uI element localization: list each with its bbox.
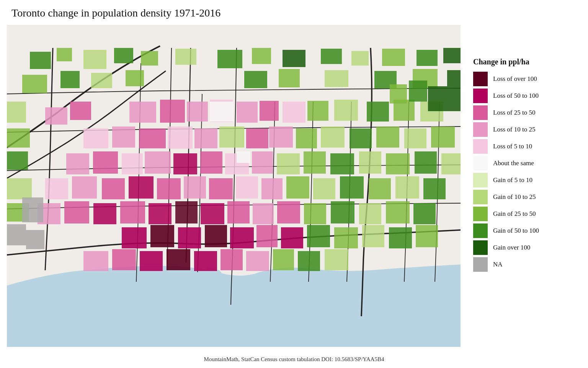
svg-rect-59 bbox=[145, 151, 171, 174]
svg-rect-55 bbox=[431, 127, 455, 148]
legend-label: Loss of 5 to 10 bbox=[493, 143, 532, 150]
svg-rect-4 bbox=[114, 48, 133, 63]
svg-rect-89 bbox=[120, 201, 145, 223]
svg-rect-8 bbox=[252, 48, 271, 64]
map-area bbox=[7, 25, 461, 347]
svg-rect-20 bbox=[279, 69, 300, 87]
svg-rect-131 bbox=[210, 102, 234, 122]
svg-rect-67 bbox=[359, 151, 381, 174]
legend-label: Loss of 25 to 50 bbox=[493, 109, 536, 117]
svg-rect-85 bbox=[423, 178, 446, 199]
legend-item: NA bbox=[473, 257, 584, 272]
svg-rect-14 bbox=[443, 48, 461, 63]
legend-item: Loss of 25 to 50 bbox=[473, 105, 584, 120]
svg-rect-100 bbox=[413, 203, 436, 224]
svg-rect-28 bbox=[7, 178, 32, 199]
legend-label: Gain of 50 to 100 bbox=[493, 227, 539, 235]
svg-rect-70 bbox=[441, 153, 461, 174]
legend-swatch bbox=[473, 105, 488, 120]
legend: Change in ppl/ha Loss of over 100Loss of… bbox=[473, 58, 584, 274]
svg-rect-27 bbox=[7, 151, 28, 170]
svg-rect-92 bbox=[201, 203, 224, 224]
legend-label: Gain of 25 to 50 bbox=[493, 210, 536, 218]
svg-rect-25 bbox=[7, 102, 26, 123]
svg-rect-73 bbox=[102, 178, 125, 199]
svg-rect-17 bbox=[91, 73, 112, 88]
svg-rect-65 bbox=[304, 151, 326, 174]
svg-rect-61 bbox=[200, 151, 222, 174]
svg-rect-114 bbox=[112, 249, 136, 270]
legend-item: Gain over 100 bbox=[473, 240, 584, 255]
legend-label: Gain over 100 bbox=[493, 244, 530, 251]
svg-rect-119 bbox=[246, 251, 269, 271]
legend-item: Loss of 5 to 10 bbox=[473, 139, 584, 154]
legend-item: About the same bbox=[473, 156, 584, 171]
svg-rect-129 bbox=[70, 102, 91, 120]
svg-rect-37 bbox=[307, 101, 328, 121]
legend-label: Loss of over 100 bbox=[493, 75, 537, 83]
legend-item: Gain of 25 to 50 bbox=[473, 207, 584, 221]
svg-rect-74 bbox=[129, 176, 154, 199]
legend-label: About the same bbox=[493, 159, 534, 167]
svg-rect-102 bbox=[150, 225, 174, 247]
legend-item: Loss of 10 to 25 bbox=[473, 122, 584, 137]
legend-item: Gain of 10 to 25 bbox=[473, 190, 584, 204]
svg-rect-63 bbox=[252, 151, 273, 174]
svg-rect-43 bbox=[112, 127, 135, 148]
svg-rect-9 bbox=[283, 50, 305, 67]
svg-rect-88 bbox=[93, 203, 116, 224]
legend-swatch bbox=[473, 223, 488, 238]
svg-rect-91 bbox=[175, 201, 198, 223]
svg-rect-123 bbox=[22, 197, 43, 222]
legend-swatch bbox=[473, 156, 488, 171]
svg-rect-104 bbox=[205, 225, 227, 247]
svg-rect-132 bbox=[237, 151, 250, 163]
svg-rect-51 bbox=[321, 127, 345, 148]
svg-rect-84 bbox=[395, 176, 419, 199]
svg-rect-3 bbox=[83, 50, 106, 69]
svg-rect-118 bbox=[220, 249, 243, 270]
legend-swatch bbox=[473, 173, 488, 187]
svg-rect-39 bbox=[367, 102, 389, 122]
legend-items: Loss of over 100Loss of 50 to 100Loss of… bbox=[473, 72, 584, 272]
svg-rect-71 bbox=[45, 178, 68, 199]
svg-rect-44 bbox=[139, 128, 166, 148]
svg-rect-66 bbox=[330, 153, 354, 174]
legend-label: Loss of 50 to 100 bbox=[493, 92, 539, 100]
legend-item: Loss of over 100 bbox=[473, 72, 584, 86]
svg-rect-76 bbox=[184, 176, 206, 199]
svg-rect-108 bbox=[307, 225, 330, 247]
legend-swatch bbox=[473, 122, 488, 137]
svg-rect-24 bbox=[447, 70, 461, 86]
svg-rect-69 bbox=[415, 151, 437, 174]
svg-rect-49 bbox=[269, 127, 293, 148]
svg-rect-60 bbox=[173, 153, 197, 174]
svg-rect-36 bbox=[283, 102, 305, 123]
svg-rect-83 bbox=[369, 178, 391, 199]
svg-rect-120 bbox=[273, 249, 294, 270]
svg-rect-106 bbox=[256, 225, 278, 247]
svg-rect-10 bbox=[321, 49, 342, 64]
svg-rect-122 bbox=[325, 249, 348, 270]
svg-rect-99 bbox=[386, 201, 410, 223]
svg-rect-78 bbox=[236, 176, 258, 199]
svg-rect-45 bbox=[168, 127, 193, 149]
svg-rect-57 bbox=[93, 151, 118, 174]
svg-rect-16 bbox=[60, 71, 80, 88]
svg-rect-128 bbox=[390, 84, 407, 104]
svg-rect-6 bbox=[175, 49, 196, 65]
svg-rect-48 bbox=[246, 128, 268, 148]
svg-rect-13 bbox=[416, 50, 438, 66]
svg-rect-116 bbox=[167, 249, 190, 270]
svg-rect-80 bbox=[286, 176, 309, 199]
svg-rect-107 bbox=[281, 227, 303, 248]
svg-rect-113 bbox=[83, 251, 108, 271]
svg-rect-125 bbox=[26, 230, 44, 249]
svg-rect-26 bbox=[7, 128, 30, 148]
svg-rect-15 bbox=[22, 75, 47, 93]
legend-label: Loss of 10 to 25 bbox=[493, 126, 536, 133]
svg-rect-72 bbox=[72, 176, 97, 199]
legend-swatch bbox=[473, 190, 488, 204]
legend-swatch bbox=[473, 72, 488, 86]
svg-rect-53 bbox=[376, 127, 399, 148]
